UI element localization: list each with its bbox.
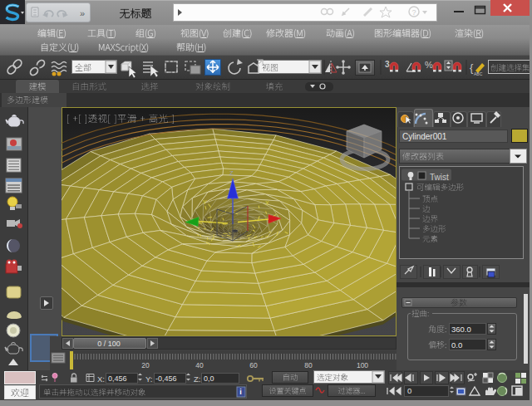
svg-text:Y:: Y: [145,374,152,384]
svg-text:20: 20 [141,361,150,369]
svg-text:i: i [239,388,242,396]
svg-text:3: 3 [385,60,390,69]
svg-text:Cylinder001: Cylinder001 [402,132,447,141]
svg-text:0,456: 0,456 [108,374,127,383]
svg-text:%: % [425,60,433,70]
svg-text:60: 60 [249,361,258,369]
svg-text:0 / 100: 0 / 100 [97,340,121,348]
svg-text:0: 0 [407,386,411,395]
svg-text:40: 40 [195,361,204,369]
svg-text:0.0: 0.0 [451,340,462,350]
svg-text:360.0: 360.0 [451,325,471,334]
svg-text:Z: Z [229,169,234,177]
svg-text:X: X [265,200,269,206]
svg-text:Y: Y [203,199,207,205]
svg-text:X:: X: [97,374,105,384]
svg-text:ABC: ABC [474,71,483,76]
svg-text:Twist: Twist [430,173,449,182]
svg-text:0,0: 0,0 [204,374,214,383]
svg-text:100: 100 [357,361,368,369]
svg-text:80: 80 [304,361,313,369]
svg-text:»: » [80,8,85,18]
svg-text:Z:: Z: [194,374,200,384]
svg-text:?: ? [411,8,416,17]
svg-text:-0,456: -0,456 [155,374,177,383]
